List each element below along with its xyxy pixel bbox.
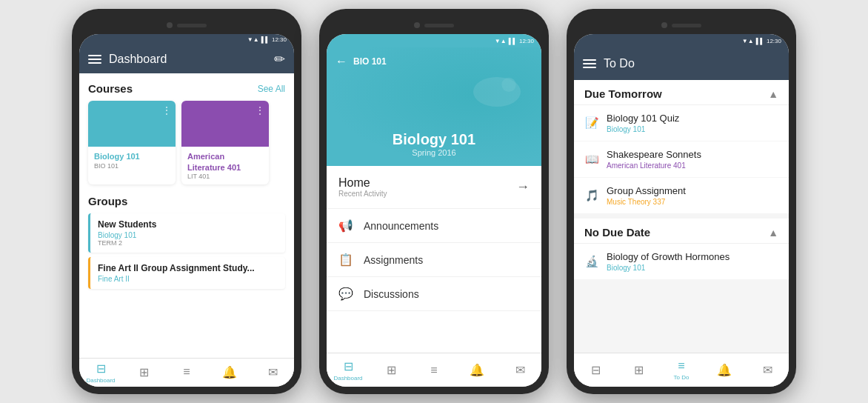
see-all-button[interactable]: See All	[258, 84, 285, 94]
course-menu-icon[interactable]: ⋮	[161, 104, 172, 116]
group-course-1: Biology 101	[98, 231, 278, 239]
announcements-label: Announcements	[364, 220, 438, 232]
nav-notifications-todo[interactable]: 🔔	[703, 363, 746, 377]
nav-messages-icon-bio: ✉	[515, 363, 525, 377]
bio-home-arrow: →	[516, 179, 530, 195]
bio-course-code: BIO 101	[353, 56, 387, 67]
courses-section-header: Courses See All	[88, 82, 285, 95]
course-info-bio: Biology 101 BIO 101	[88, 147, 176, 173]
status-bar-bio: ▼▲ ▌▌ 12:30	[327, 34, 541, 47]
nav-list-icon-bio: ≡	[430, 364, 437, 377]
nav-messages[interactable]: ✉	[251, 365, 294, 381]
course-card-bio[interactable]: ⋮ Biology 101 BIO 101	[88, 101, 176, 184]
bottom-nav-todo: ⊟ ⊞ ≡ To Do 🔔 ✉	[574, 353, 789, 387]
bio-menu-assignments[interactable]: 📋 Assignments	[327, 243, 541, 277]
course-name-bio: Biology 101	[94, 151, 170, 161]
status-bar: ▼▲ ▌▌ 12:30	[79, 34, 294, 45]
phone-screen-todo: ▼▲ ▌▌ 12:30 To Do Due Tomorrow ▲ 📝	[574, 34, 789, 387]
nav-dashboard-bio[interactable]: ⊟ Dashboard	[327, 359, 370, 382]
todo-item-group[interactable]: 🎵 Group Assignment Music Theory 337	[574, 178, 789, 214]
group-item-fine-art[interactable]: Fine Art II Group Assignment Study... Fi…	[88, 257, 285, 289]
due-tomorrow-header: Due Tomorrow ▲	[574, 80, 789, 105]
hormones-course: Biology 101	[607, 264, 778, 272]
status-icons-todo: ▼▲ ▌▌ 12:30	[742, 38, 781, 44]
todo-menu-button[interactable]	[583, 59, 596, 68]
course-code-lit: LIT 401	[187, 173, 263, 180]
bio-home-left: Home Recent Activity	[338, 176, 387, 198]
nav-todo-label: To Do	[674, 374, 690, 381]
nav-notifications-icon: 🔔	[222, 365, 237, 379]
dashboard-title: Dashboard	[109, 53, 267, 66]
time-display-todo: 12:30	[767, 38, 781, 44]
todo-item-hormones[interactable]: 🔬 Biology of Growth Hormones Biology 101	[574, 244, 789, 280]
todo-item-body-group: Group Assignment Music Theory 337	[607, 185, 778, 206]
phone-screen-dashboard: ▼▲ ▌▌ 12:30 Dashboard ✏ Courses See All	[79, 34, 294, 387]
group-title: Group Assignment	[607, 185, 778, 196]
nav-notifications[interactable]: 🔔	[208, 365, 251, 381]
due-tomorrow-collapse[interactable]: ▲	[768, 88, 778, 100]
nav-todo[interactable]: ≡ To Do	[660, 359, 703, 381]
edit-icon[interactable]: ✏	[274, 51, 285, 67]
phone-dashboard: ▼▲ ▌▌ 12:30 Dashboard ✏ Courses See All	[72, 9, 301, 394]
nav-messages-todo[interactable]: ✉	[746, 363, 789, 377]
nav-notifications-icon-todo: 🔔	[717, 363, 732, 377]
nav-calendar-icon-todo: ⊞	[634, 363, 644, 377]
phone-bio: ▼▲ ▌▌ 12:30 ← BIO 101 Biology 101 Spring…	[319, 9, 549, 394]
nav-messages-icon-todo: ✉	[763, 363, 772, 377]
nav-list-bio[interactable]: ≡	[413, 364, 455, 377]
nav-dashboard[interactable]: ⊟ Dashboard	[79, 362, 122, 384]
due-tomorrow-section: Due Tomorrow ▲ 📝 Biology 101 Quiz Biolog…	[574, 80, 789, 214]
time-display-bio: 12:30	[519, 38, 534, 44]
quiz-course: Biology 101	[607, 125, 778, 133]
courses-title: Courses	[88, 82, 133, 95]
quiz-icon: 📝	[584, 116, 599, 130]
back-button[interactable]: ←	[335, 55, 347, 68]
bio-menu-announcements[interactable]: 📢 Announcements	[327, 209, 541, 243]
course-thumb-bio: ⋮	[88, 101, 176, 147]
group-item-new-students[interactable]: New Students Biology 101 TERM 2	[88, 213, 285, 253]
course-menu-icon-lit[interactable]: ⋮	[255, 104, 265, 116]
courses-grid: ⋮ Biology 101 BIO 101 ⋮ American Literat…	[88, 101, 285, 184]
status-icons-bio: ▼▲ ▌▌ 12:30	[495, 38, 534, 44]
todo-item-quiz[interactable]: 📝 Biology 101 Quiz Biology 101	[574, 105, 789, 141]
status-bar-todo: ▼▲ ▌▌ 12:30	[574, 34, 789, 47]
course-thumb-lit: ⋮	[181, 101, 269, 147]
nav-list-icon: ≡	[183, 365, 190, 379]
nav-list[interactable]: ≡	[165, 365, 208, 380]
nav-calendar-bio[interactable]: ⊞	[370, 363, 413, 377]
bio-menu-discussions[interactable]: 💬 Discussions	[327, 277, 541, 311]
nav-messages-bio[interactable]: ✉	[498, 363, 541, 377]
hormones-title: Biology of Growth Hormones	[607, 251, 778, 262]
phone-top-2	[327, 16, 541, 34]
bottom-nav-bio: ⊟ Dashboard ⊞ ≡ 🔔 ✉	[327, 353, 541, 387]
nav-dashboard-todo[interactable]: ⊟	[574, 363, 617, 377]
bio-menu-content: Home Recent Activity → 📢 Announcements 📋…	[327, 166, 541, 353]
course-card-lit[interactable]: ⋮ American Literature 401 LIT 401	[181, 101, 269, 184]
nav-messages-icon: ✉	[268, 365, 278, 379]
status-icons: ▼▲ ▌▌ 12:30	[247, 36, 287, 43]
course-name-lit: American Literature 401	[187, 151, 263, 173]
nav-dashboard-icon-bio: ⊟	[344, 359, 353, 373]
bio-home-subtitle: Recent Activity	[338, 190, 387, 198]
nav-notifications-bio[interactable]: 🔔	[455, 363, 498, 377]
no-due-date-collapse[interactable]: ▲	[768, 227, 778, 239]
bird-decoration	[467, 62, 527, 121]
nav-calendar-todo[interactable]: ⊞	[617, 363, 660, 377]
todo-top-bar: To Do	[574, 47, 789, 80]
bio-course-title: Biology 101	[338, 131, 530, 148]
group-name-2: Fine Art II Group Assignment Study...	[98, 263, 278, 273]
dashboard-content: Courses See All ⋮ Biology 101 BIO 101	[79, 73, 294, 358]
bio-home-row[interactable]: Home Recent Activity →	[327, 166, 541, 209]
bio-course-subtitle: Spring 2016	[338, 148, 530, 157]
todo-title: To Do	[604, 57, 780, 70]
group-icon: 🎵	[584, 189, 599, 202]
phone-screen-bio: ▼▲ ▌▌ 12:30 ← BIO 101 Biology 101 Spring…	[327, 34, 541, 387]
bottom-nav-dashboard: ⊟ Dashboard ⊞ ≡ 🔔 ✉	[79, 358, 294, 387]
todo-item-sonnets[interactable]: 📖 Shakespeare Sonnets American Literatur…	[574, 141, 789, 178]
nav-calendar[interactable]: ⊞	[122, 365, 165, 381]
phone-camera	[167, 22, 173, 28]
menu-button[interactable]	[88, 55, 101, 64]
nav-notifications-icon-bio: 🔔	[470, 363, 484, 377]
no-due-date-section: No Due Date ▲ 🔬 Biology of Growth Hormon…	[574, 219, 789, 280]
phone-speaker	[177, 24, 207, 27]
